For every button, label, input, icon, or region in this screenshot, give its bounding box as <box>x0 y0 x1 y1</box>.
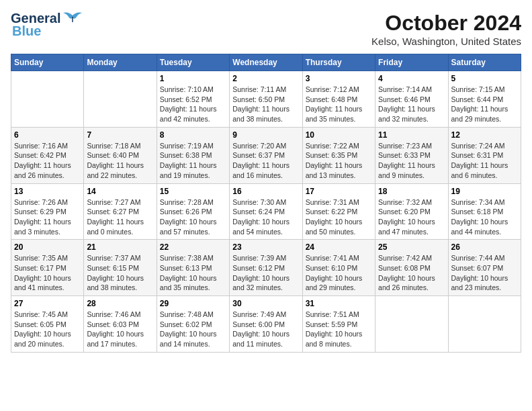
day-info: Sunrise: 7:46 AMSunset: 6:03 PMDaylight:… <box>87 310 153 349</box>
day-number: 25 <box>378 242 445 252</box>
day-number: 10 <box>306 130 372 140</box>
day-info: Sunrise: 7:30 AMSunset: 6:24 PMDaylight:… <box>232 197 299 237</box>
day-number: 7 <box>87 130 153 140</box>
calendar-cell: 5Sunrise: 7:15 AMSunset: 6:44 PMDaylight… <box>448 71 521 128</box>
calendar-cell: 14Sunrise: 7:27 AMSunset: 6:27 PMDayligh… <box>84 183 157 240</box>
calendar-cell: 6Sunrise: 7:16 AMSunset: 6:42 PMDaylight… <box>11 127 84 183</box>
calendar-cell: 31Sunrise: 7:51 AMSunset: 5:59 PMDayligh… <box>302 296 375 353</box>
day-info: Sunrise: 7:28 AMSunset: 6:26 PMDaylight:… <box>160 197 226 237</box>
page-title: October 2024 <box>371 11 521 36</box>
day-number: 8 <box>160 130 226 140</box>
calendar-cell: 9Sunrise: 7:20 AMSunset: 6:37 PMDaylight… <box>230 127 302 183</box>
day-info: Sunrise: 7:16 AMSunset: 6:42 PMDaylight:… <box>14 141 81 181</box>
page-header: General Blue October 2024 Kelso, Washing… <box>11 11 521 47</box>
day-info: Sunrise: 7:14 AMSunset: 6:46 PMDaylight:… <box>378 85 445 124</box>
calendar-cell: 1Sunrise: 7:10 AMSunset: 6:52 PMDaylight… <box>157 71 229 128</box>
day-number: 19 <box>451 187 518 196</box>
day-info: Sunrise: 7:51 AMSunset: 5:59 PMDaylight:… <box>306 310 372 349</box>
day-info: Sunrise: 7:12 AMSunset: 6:48 PMDaylight:… <box>306 85 372 124</box>
calendar-cell: 7Sunrise: 7:18 AMSunset: 6:40 PMDaylight… <box>84 127 157 183</box>
day-number: 20 <box>14 242 81 252</box>
calendar-cell: 4Sunrise: 7:14 AMSunset: 6:46 PMDaylight… <box>375 71 448 128</box>
day-info: Sunrise: 7:24 AMSunset: 6:31 PMDaylight:… <box>451 141 518 181</box>
day-number: 12 <box>451 130 518 140</box>
calendar-cell: 8Sunrise: 7:19 AMSunset: 6:38 PMDaylight… <box>157 127 229 183</box>
calendar-cell: 2Sunrise: 7:11 AMSunset: 6:50 PMDaylight… <box>230 71 302 128</box>
day-info: Sunrise: 7:37 AMSunset: 6:15 PMDaylight:… <box>87 253 153 293</box>
day-info: Sunrise: 7:26 AMSunset: 6:29 PMDaylight:… <box>14 197 81 237</box>
calendar-week-2: 6Sunrise: 7:16 AMSunset: 6:42 PMDaylight… <box>11 127 521 183</box>
calendar-cell: 17Sunrise: 7:31 AMSunset: 6:22 PMDayligh… <box>302 183 375 240</box>
calendar-week-5: 27Sunrise: 7:45 AMSunset: 6:05 PMDayligh… <box>11 296 521 353</box>
day-number: 23 <box>232 242 299 252</box>
calendar-cell <box>84 71 157 128</box>
day-info: Sunrise: 7:15 AMSunset: 6:44 PMDaylight:… <box>451 85 518 124</box>
calendar-cell: 10Sunrise: 7:22 AMSunset: 6:35 PMDayligh… <box>302 127 375 183</box>
day-number: 31 <box>306 299 372 308</box>
weekday-header-saturday: Saturday <box>448 54 521 71</box>
day-number: 1 <box>160 74 226 83</box>
calendar-cell: 22Sunrise: 7:38 AMSunset: 6:13 PMDayligh… <box>157 240 229 296</box>
calendar-week-4: 20Sunrise: 7:35 AMSunset: 6:17 PMDayligh… <box>11 240 521 296</box>
calendar-cell: 27Sunrise: 7:45 AMSunset: 6:05 PMDayligh… <box>11 296 84 353</box>
calendar-cell: 26Sunrise: 7:44 AMSunset: 6:07 PMDayligh… <box>448 240 521 296</box>
day-number: 21 <box>87 242 153 252</box>
calendar-week-1: 1Sunrise: 7:10 AMSunset: 6:52 PMDaylight… <box>11 71 521 128</box>
day-number: 3 <box>306 74 372 83</box>
day-number: 28 <box>87 299 153 308</box>
logo-bird-icon <box>63 10 82 25</box>
calendar-cell: 20Sunrise: 7:35 AMSunset: 6:17 PMDayligh… <box>11 240 84 296</box>
weekday-header-thursday: Thursday <box>302 54 375 71</box>
day-info: Sunrise: 7:19 AMSunset: 6:38 PMDaylight:… <box>160 141 226 181</box>
day-info: Sunrise: 7:35 AMSunset: 6:17 PMDaylight:… <box>14 253 81 293</box>
weekday-header-wednesday: Wednesday <box>230 54 302 71</box>
weekday-header-row: SundayMondayTuesdayWednesdayThursdayFrid… <box>11 54 521 71</box>
weekday-header-monday: Monday <box>84 54 157 71</box>
calendar-cell <box>11 71 84 128</box>
calendar-cell: 19Sunrise: 7:34 AMSunset: 6:18 PMDayligh… <box>448 183 521 240</box>
day-info: Sunrise: 7:48 AMSunset: 6:02 PMDaylight:… <box>160 310 226 349</box>
day-info: Sunrise: 7:44 AMSunset: 6:07 PMDaylight:… <box>451 253 518 293</box>
day-info: Sunrise: 7:38 AMSunset: 6:13 PMDaylight:… <box>160 253 226 293</box>
calendar-cell <box>448 296 521 353</box>
page-subtitle: Kelso, Washington, United States <box>371 36 521 47</box>
day-number: 14 <box>87 187 153 196</box>
day-number: 6 <box>14 130 81 140</box>
day-number: 24 <box>306 242 372 252</box>
calendar-cell <box>375 296 448 353</box>
day-info: Sunrise: 7:34 AMSunset: 6:18 PMDaylight:… <box>451 197 518 237</box>
day-info: Sunrise: 7:10 AMSunset: 6:52 PMDaylight:… <box>160 85 226 124</box>
calendar-table: SundayMondayTuesdayWednesdayThursdayFrid… <box>11 54 521 353</box>
calendar-cell: 23Sunrise: 7:39 AMSunset: 6:12 PMDayligh… <box>230 240 302 296</box>
day-info: Sunrise: 7:41 AMSunset: 6:10 PMDaylight:… <box>306 253 372 293</box>
calendar-cell: 3Sunrise: 7:12 AMSunset: 6:48 PMDaylight… <box>302 71 375 128</box>
day-info: Sunrise: 7:42 AMSunset: 6:08 PMDaylight:… <box>378 253 445 293</box>
day-info: Sunrise: 7:20 AMSunset: 6:37 PMDaylight:… <box>232 141 299 181</box>
day-number: 27 <box>14 299 81 308</box>
calendar-cell: 29Sunrise: 7:48 AMSunset: 6:02 PMDayligh… <box>157 296 229 353</box>
day-number: 16 <box>232 187 299 196</box>
weekday-header-tuesday: Tuesday <box>157 54 229 71</box>
day-info: Sunrise: 7:11 AMSunset: 6:50 PMDaylight:… <box>232 85 299 124</box>
calendar-week-3: 13Sunrise: 7:26 AMSunset: 6:29 PMDayligh… <box>11 183 521 240</box>
day-number: 18 <box>378 187 445 196</box>
calendar-cell: 30Sunrise: 7:49 AMSunset: 6:00 PMDayligh… <box>230 296 302 353</box>
day-number: 2 <box>232 74 299 83</box>
day-number: 5 <box>451 74 518 83</box>
day-number: 9 <box>232 130 299 140</box>
day-info: Sunrise: 7:32 AMSunset: 6:20 PMDaylight:… <box>378 197 445 237</box>
calendar-cell: 12Sunrise: 7:24 AMSunset: 6:31 PMDayligh… <box>448 127 521 183</box>
day-number: 26 <box>451 242 518 252</box>
calendar-cell: 24Sunrise: 7:41 AMSunset: 6:10 PMDayligh… <box>302 240 375 296</box>
day-info: Sunrise: 7:45 AMSunset: 6:05 PMDaylight:… <box>14 310 81 349</box>
day-number: 29 <box>160 299 226 308</box>
logo: General Blue <box>11 11 82 39</box>
calendar-cell: 25Sunrise: 7:42 AMSunset: 6:08 PMDayligh… <box>375 240 448 296</box>
logo-blue: Blue <box>12 24 41 39</box>
calendar-cell: 13Sunrise: 7:26 AMSunset: 6:29 PMDayligh… <box>11 183 84 240</box>
day-info: Sunrise: 7:22 AMSunset: 6:35 PMDaylight:… <box>306 141 372 181</box>
day-number: 4 <box>378 74 445 83</box>
calendar-cell: 16Sunrise: 7:30 AMSunset: 6:24 PMDayligh… <box>230 183 302 240</box>
day-info: Sunrise: 7:18 AMSunset: 6:40 PMDaylight:… <box>87 141 153 181</box>
day-number: 11 <box>378 130 445 140</box>
